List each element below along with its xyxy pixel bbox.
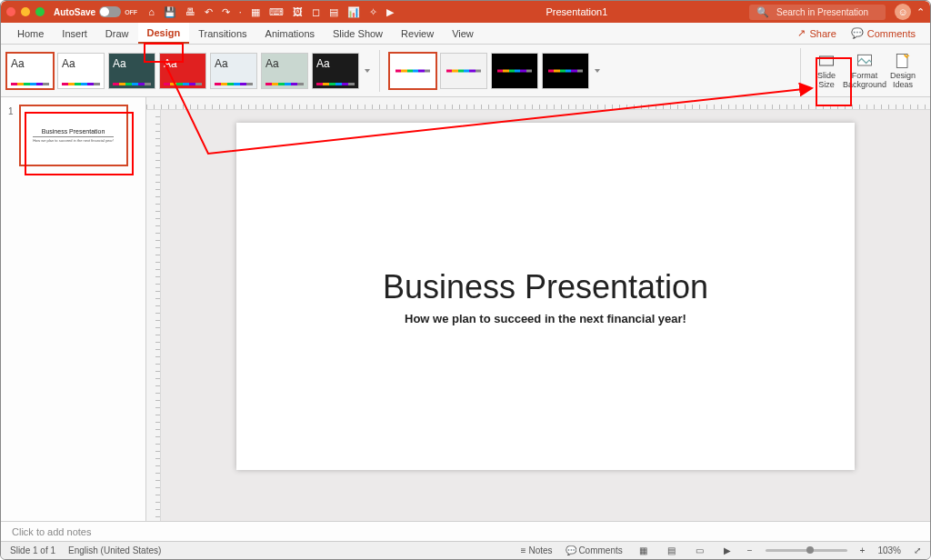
- thumb-subtitle: How we plan to succeed in the next finan…: [33, 136, 114, 143]
- variant-option-2[interactable]: [491, 53, 538, 89]
- tab-review[interactable]: Review: [392, 23, 443, 44]
- variant-color-bar: [395, 69, 430, 72]
- variant-gallery-expand-icon[interactable]: [595, 69, 600, 73]
- tab-animations[interactable]: Animations: [256, 23, 324, 44]
- play-icon[interactable]: ▶: [386, 6, 394, 18]
- layout-icon[interactable]: ▦: [251, 6, 260, 18]
- slide-editor: Business Presentation How we plan to suc…: [146, 97, 930, 521]
- slide-1[interactable]: Business Presentation How we plan to suc…: [236, 123, 855, 470]
- picture-icon[interactable]: 🖼: [293, 6, 303, 17]
- notes-toggle[interactable]: ≡ Notes: [521, 545, 553, 555]
- fit-to-window-button[interactable]: ⤢: [914, 545, 921, 555]
- theme-option-1[interactable]: Aa: [57, 53, 105, 89]
- table-icon[interactable]: ▤: [329, 6, 338, 18]
- slide-count: Slide 1 of 1: [10, 545, 55, 555]
- comment-icon: 💬: [851, 27, 864, 39]
- variant-color-bar: [548, 69, 583, 72]
- language-status[interactable]: English (United States): [68, 545, 161, 555]
- slide-subtitle[interactable]: How we plan to succeed in the next finan…: [405, 312, 686, 325]
- tab-design[interactable]: Design: [138, 23, 190, 44]
- thumbnail-index: 1: [8, 105, 14, 166]
- tab-slideshow[interactable]: Slide Show: [324, 23, 392, 44]
- theme-option-6[interactable]: Aa: [312, 53, 359, 89]
- theme-option-0[interactable]: Aa: [6, 53, 54, 89]
- slide-thumbnail-1[interactable]: Business Presentation How we plan to suc…: [19, 105, 128, 166]
- window-controls: [6, 7, 45, 16]
- format-background-button[interactable]: Format Background: [846, 48, 883, 94]
- ribbon-design: AaAaAaAaAaAaAa Slide Size Format Backgro…: [1, 45, 930, 97]
- tab-draw[interactable]: Draw: [96, 23, 138, 44]
- notes-pane[interactable]: Click to add notes: [1, 521, 930, 541]
- theme-aa: Aa: [113, 57, 126, 70]
- zoom-out-button[interactable]: −: [747, 545, 753, 555]
- slide-size-icon: [817, 52, 836, 70]
- undo-icon[interactable]: ↶: [205, 6, 213, 18]
- theme-aa: Aa: [62, 57, 75, 70]
- tab-view[interactable]: View: [443, 23, 483, 44]
- comments-button[interactable]: 💬 Comments: [844, 23, 923, 44]
- tab-transitions[interactable]: Transitions: [189, 23, 255, 44]
- autosave-toggle[interactable]: AutoSave OFF: [54, 6, 137, 17]
- search-box[interactable]: 🔍: [749, 5, 886, 20]
- variant-option-0[interactable]: [389, 53, 436, 89]
- share-button[interactable]: ↗ Share: [790, 23, 843, 44]
- sorter-view-button[interactable]: ▤: [664, 545, 679, 555]
- ribbon-separator: [379, 50, 380, 92]
- reading-view-button[interactable]: ▭: [692, 545, 707, 555]
- theme-color-bar: [265, 83, 304, 85]
- theme-aa: Aa: [265, 57, 279, 70]
- theme-color-bar: [316, 83, 355, 85]
- autosave-state: OFF: [125, 9, 137, 15]
- tab-home[interactable]: Home: [8, 23, 53, 44]
- variant-option-1[interactable]: [440, 53, 487, 89]
- account-avatar[interactable]: ☺: [895, 4, 911, 20]
- normal-view-button[interactable]: ▦: [636, 545, 651, 555]
- qat-sep: ·: [239, 6, 242, 17]
- tab-insert[interactable]: Insert: [53, 23, 96, 44]
- minimize-window-button[interactable]: [21, 7, 30, 16]
- theme-aa: Aa: [164, 57, 177, 70]
- status-bar: Slide 1 of 1 English (United States) ≡ N…: [1, 541, 930, 559]
- share-icon: ↗: [797, 27, 806, 39]
- slide-canvas-area[interactable]: Business Presentation How we plan to suc…: [161, 110, 930, 521]
- comments-toggle[interactable]: 💬 Comments: [566, 545, 623, 555]
- slide-title[interactable]: Business Presentation: [383, 268, 708, 306]
- theme-option-2[interactable]: Aa: [108, 53, 155, 89]
- theme-option-4[interactable]: Aa: [210, 53, 257, 89]
- zoom-slider[interactable]: [766, 549, 847, 552]
- notes-placeholder: Click to add notes: [12, 526, 91, 537]
- theme-gallery-expand-icon[interactable]: [365, 69, 370, 73]
- ribbon-options-icon[interactable]: ⌃: [916, 6, 925, 18]
- theme-aa: Aa: [215, 57, 228, 70]
- theme-color-bar: [113, 83, 151, 85]
- save-icon[interactable]: 💾: [164, 6, 176, 18]
- zoom-percent[interactable]: 103%: [877, 545, 901, 555]
- print-icon[interactable]: 🖶: [185, 6, 195, 17]
- search-input[interactable]: [775, 6, 878, 18]
- home-icon[interactable]: ⌂: [148, 6, 155, 17]
- zoom-in-button[interactable]: +: [860, 545, 866, 555]
- quick-access-toolbar: ⌂ 💾 🖶 ↶ ↷ · ▦ ⌨ 🖼 ◻ ▤ 📊 ✧ ▶: [148, 6, 394, 18]
- textbox-icon[interactable]: ⌨: [269, 6, 284, 18]
- addins-icon[interactable]: ✧: [369, 6, 377, 18]
- shape-icon[interactable]: ◻: [312, 6, 320, 18]
- slide-size-button[interactable]: Slide Size: [808, 48, 845, 94]
- vertical-ruler[interactable]: [146, 110, 161, 521]
- autosave-switch[interactable]: [99, 6, 121, 17]
- horizontal-ruler[interactable]: [146, 97, 930, 110]
- maximize-window-button[interactable]: [35, 7, 45, 16]
- variant-color-bar: [497, 69, 532, 72]
- variant-option-3[interactable]: [542, 53, 589, 89]
- slideshow-view-button[interactable]: ▶: [720, 545, 735, 555]
- redo-icon[interactable]: ↷: [222, 6, 230, 18]
- titlebar: AutoSave OFF ⌂ 💾 🖶 ↶ ↷ · ▦ ⌨ 🖼 ◻ ▤ 📊 ✧ ▶…: [1, 1, 930, 23]
- theme-aa: Aa: [316, 57, 330, 70]
- slide-size-label: Slide Size: [817, 72, 836, 89]
- theme-option-3[interactable]: Aa: [159, 53, 206, 89]
- design-ideas-button[interactable]: Design Ideas: [885, 48, 921, 94]
- theme-color-bar: [62, 83, 100, 85]
- ribbon-tabs: Home Insert Draw Design Transitions Anim…: [1, 23, 930, 45]
- close-window-button[interactable]: [6, 7, 15, 16]
- theme-option-5[interactable]: Aa: [261, 53, 308, 89]
- chart-icon[interactable]: 📊: [347, 6, 360, 18]
